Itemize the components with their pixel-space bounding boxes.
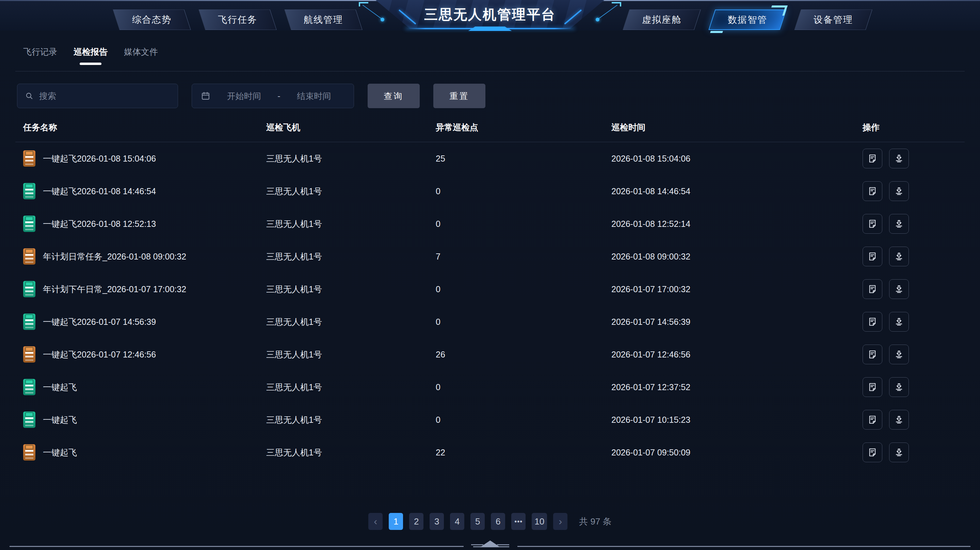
view-report-button[interactable] [862, 345, 882, 364]
report-abnormal-icon [23, 346, 35, 363]
report-icon [868, 382, 877, 392]
subtab-媒体文件[interactable]: 媒体文件 [124, 46, 158, 65]
nav-tab-label: 数据智管 [728, 14, 767, 25]
prev-page-button[interactable]: ‹ [368, 513, 383, 530]
operation-cell [862, 377, 965, 397]
nav-tab-设备管理[interactable]: 设备管理 [797, 10, 869, 30]
bracket-icon [612, 2, 621, 6]
report-icon [868, 350, 877, 359]
nav-tab-数据智管[interactable]: 数据智管 [712, 10, 783, 30]
download-icon [894, 219, 904, 228]
task-name-cell: 一键起飞 [23, 412, 266, 428]
view-report-button[interactable] [862, 247, 882, 266]
next-page-button[interactable]: › [553, 513, 568, 530]
end-time-placeholder[interactable]: 结束时间 [283, 90, 345, 102]
download-icon [894, 382, 904, 392]
drone-name-cell: 三思无人机1号 [266, 382, 436, 393]
reset-button[interactable]: 重置 [433, 84, 485, 108]
nav-tab-综合态势[interactable]: 综合态势 [116, 10, 188, 30]
table-body: 一键起飞2026-01-08 15:04:06三思无人机1号252026-01-… [15, 142, 965, 469]
report-icon [868, 186, 877, 196]
report-icon [868, 415, 877, 425]
main-nav-right: 虚拟座舱数据智管设备管理 [626, 10, 869, 30]
page-button-4[interactable]: 4 [450, 513, 464, 530]
calendar-icon [201, 91, 210, 101]
view-report-button[interactable] [862, 312, 882, 331]
view-report-button[interactable] [862, 377, 882, 397]
column-header: 巡检时间 [611, 122, 862, 133]
active-tab-corner-icon [768, 5, 788, 16]
task-name-text: 一键起飞2026-01-07 12:46:56 [43, 349, 156, 360]
subtab-飞行记录[interactable]: 飞行记录 [23, 46, 57, 65]
nav-tab-label: 虚拟座舱 [642, 14, 681, 25]
download-report-button[interactable] [889, 149, 909, 168]
view-report-button[interactable] [862, 214, 882, 234]
drone-name-cell: 三思无人机1号 [266, 251, 436, 262]
page-button-6[interactable]: 6 [491, 513, 505, 530]
drone-name-cell: 三思无人机1号 [266, 447, 436, 458]
task-name-text: 一键起飞 [43, 414, 77, 425]
inspect-time-cell: 2026-01-07 12:37:52 [611, 382, 862, 392]
task-name-cell: 年计划下午日常_2026-01-07 17:00:32 [23, 281, 266, 297]
page-ellipsis-button[interactable]: ••• [511, 513, 526, 530]
view-report-button[interactable] [862, 149, 882, 168]
page-button-10[interactable]: 10 [532, 513, 547, 530]
drone-name-cell: 三思无人机1号 [266, 316, 436, 328]
view-report-button[interactable] [862, 279, 882, 299]
task-name-cell: 一键起飞2026-01-07 14:56:39 [23, 314, 266, 330]
report-icon [868, 219, 877, 228]
app-root: 综合态势飞行任务航线管理 三思无人机管理平台 虚拟座舱数据智管设备管理 飞行记录… [0, 0, 980, 550]
report-normal-icon [23, 412, 35, 428]
drone-name-cell: 三思无人机1号 [266, 349, 436, 360]
search-input-wrapper[interactable] [17, 84, 178, 108]
view-report-button[interactable] [862, 442, 882, 462]
table-row: 一键起飞三思无人机1号222026-01-07 09:50:09 [15, 436, 965, 469]
download-report-button[interactable] [889, 279, 909, 299]
nav-tab-飞行任务[interactable]: 飞行任务 [202, 10, 273, 30]
column-header: 操作 [862, 122, 965, 133]
page-title: 三思无人机管理平台 [376, 0, 605, 30]
filter-bar: 开始时间 - 结束时间 查询 重置 [17, 84, 980, 108]
start-time-placeholder[interactable]: 开始时间 [213, 90, 275, 102]
operation-cell [862, 149, 965, 168]
download-report-button[interactable] [889, 312, 909, 331]
task-name-text: 年计划下午日常_2026-01-07 17:00:32 [43, 284, 186, 295]
download-report-button[interactable] [889, 345, 909, 364]
task-name-cell: 一键起飞2026-01-07 12:46:56 [23, 346, 266, 363]
operation-cell [862, 345, 965, 364]
download-report-button[interactable] [889, 214, 909, 234]
operation-cell [862, 442, 965, 462]
download-icon [894, 154, 904, 163]
abnormal-count-cell: 0 [436, 382, 611, 392]
page-button-5[interactable]: 5 [471, 513, 485, 530]
operation-cell [862, 410, 965, 430]
column-header: 任务名称 [23, 122, 266, 133]
subtab-巡检报告[interactable]: 巡检报告 [73, 46, 108, 65]
date-separator: - [277, 91, 280, 101]
report-normal-icon [23, 216, 35, 232]
search-input[interactable] [39, 91, 170, 101]
page-button-2[interactable]: 2 [409, 513, 423, 530]
download-icon [894, 448, 904, 457]
report-normal-icon [23, 183, 35, 199]
view-report-button[interactable] [862, 410, 882, 430]
download-report-button[interactable] [889, 410, 909, 430]
abnormal-count-cell: 25 [436, 154, 611, 163]
nav-tab-虚拟座舱[interactable]: 虚拟座舱 [626, 10, 697, 30]
inspect-time-cell: 2026-01-08 12:52:14 [611, 219, 862, 229]
collapse-up-arrow-icon[interactable] [480, 540, 500, 547]
page-button-3[interactable]: 3 [430, 513, 444, 530]
nav-tab-航线管理[interactable]: 航线管理 [288, 10, 359, 30]
download-report-button[interactable] [889, 247, 909, 266]
date-range-picker[interactable]: 开始时间 - 结束时间 [192, 84, 354, 108]
page-button-1[interactable]: 1 [389, 513, 403, 530]
download-report-button[interactable] [889, 442, 909, 462]
view-report-button[interactable] [862, 181, 882, 201]
total-count-label: 共 97 条 [579, 516, 611, 528]
query-button[interactable]: 查询 [368, 84, 420, 108]
main-nav-left: 综合态势飞行任务航线管理 [116, 10, 359, 30]
download-report-button[interactable] [889, 377, 909, 397]
footer-collapse-bar [0, 541, 980, 550]
drone-name-cell: 三思无人机1号 [266, 284, 436, 295]
download-report-button[interactable] [889, 181, 909, 201]
